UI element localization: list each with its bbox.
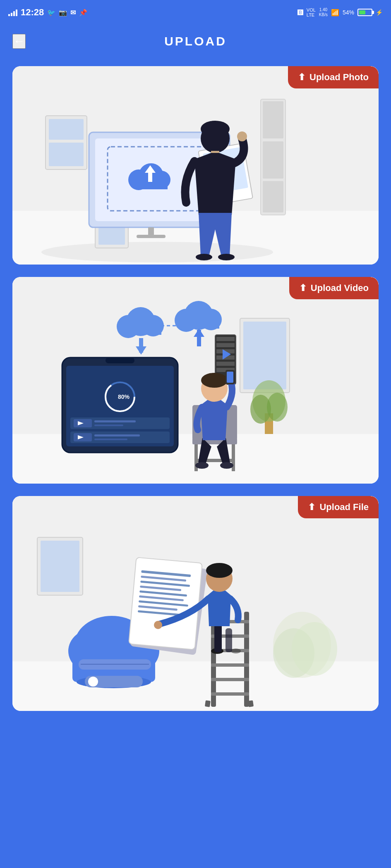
wifi-icon: 📶: [331, 9, 339, 17]
instagram-icon: 📷: [59, 9, 67, 17]
video-illustration: 80%: [12, 277, 379, 484]
battery-icon: [357, 9, 372, 16]
svg-rect-61: [106, 358, 134, 363]
svg-point-133: [206, 563, 233, 578]
svg-rect-91: [41, 541, 79, 592]
upload-file-icon: ⬆: [308, 502, 315, 513]
svg-point-84: [201, 373, 228, 388]
svg-point-82: [220, 462, 233, 469]
status-bar: 12:28 🐦 📷 ✉ 📌 🅱 VOLLTE 1.40 KB/s 📶 54% ⚡: [0, 0, 391, 25]
svg-rect-44: [216, 362, 235, 366]
svg-point-26: [201, 121, 230, 137]
svg-rect-70: [94, 424, 123, 426]
bluetooth-icon: 🅱: [297, 9, 303, 16]
svg-point-128: [231, 649, 241, 653]
svg-rect-22: [137, 235, 166, 238]
upload-video-label: Upload Video: [311, 283, 369, 293]
svg-rect-126: [248, 700, 254, 707]
svg-rect-10: [263, 141, 283, 179]
upload-photo-label: Upload Photo: [309, 72, 369, 83]
upload-file-badge: ⬆ Upload File: [298, 496, 379, 518]
speed-label: 1.40 KB/s: [319, 7, 328, 17]
main-content: ⬆ Upload Photo: [0, 58, 391, 727]
back-button[interactable]: ←: [12, 34, 26, 49]
svg-rect-4: [49, 119, 84, 140]
lte-label: VOLLTE: [307, 7, 316, 17]
svg-rect-130: [225, 628, 232, 652]
svg-rect-87: [227, 372, 233, 383]
upload-video-icon: ⬆: [299, 283, 307, 293]
svg-rect-9: [263, 101, 283, 138]
svg-point-2: [41, 242, 273, 262]
upload-file-card[interactable]: ⬆ Upload File: [12, 496, 379, 711]
svg-rect-124: [211, 692, 249, 696]
status-left: 12:28 🐦 📷 ✉ 📌: [8, 7, 87, 18]
svg-rect-41: [216, 343, 235, 347]
signal-icon: [8, 9, 17, 16]
upload-photo-badge: ⬆ Upload Photo: [288, 66, 379, 88]
file-illustration: [12, 496, 379, 711]
photo-illustration: [12, 66, 379, 265]
svg-rect-40: [216, 337, 235, 341]
svg-rect-123: [211, 678, 249, 681]
svg-rect-69: [94, 420, 136, 422]
pin-icon: 📌: [79, 9, 87, 17]
upload-video-badge: ⬆ Upload Video: [289, 277, 379, 299]
page-title: UPLOAD: [164, 34, 227, 48]
svg-point-30: [218, 254, 235, 260]
upload-photo-icon: ⬆: [298, 72, 305, 83]
svg-rect-21: [148, 227, 154, 236]
upload-video-card[interactable]: ⬆ Upload Video: [12, 277, 379, 484]
svg-rect-74: [94, 434, 140, 436]
svg-rect-11: [263, 181, 283, 212]
mail-icon: ✉: [70, 9, 76, 17]
svg-rect-122: [211, 663, 249, 667]
upload-photo-card[interactable]: ⬆ Upload Photo: [12, 66, 379, 265]
upload-file-label: Upload File: [319, 502, 369, 513]
svg-rect-129: [214, 624, 222, 652]
svg-rect-57: [186, 318, 219, 329]
svg-point-131: [154, 621, 162, 629]
status-right: 🅱 VOLLTE 1.40 KB/s 📶 54% ⚡: [297, 7, 383, 17]
svg-rect-5: [49, 143, 84, 166]
svg-rect-34: [243, 322, 286, 389]
charge-icon: ⚡: [376, 9, 383, 16]
svg-point-28: [237, 131, 247, 141]
twitter-icon: 🐦: [47, 9, 55, 17]
svg-rect-75: [94, 439, 127, 440]
status-time: 12:28: [21, 7, 44, 18]
battery-percent: 54%: [343, 9, 354, 16]
svg-point-81: [195, 462, 209, 469]
svg-point-105: [88, 677, 98, 687]
svg-point-96: [292, 622, 337, 676]
svg-point-29: [196, 254, 212, 260]
page-header: ← UPLOAD: [0, 25, 391, 58]
svg-rect-125: [205, 700, 211, 707]
svg-text:80%: 80%: [118, 393, 130, 400]
svg-point-38: [267, 393, 288, 422]
